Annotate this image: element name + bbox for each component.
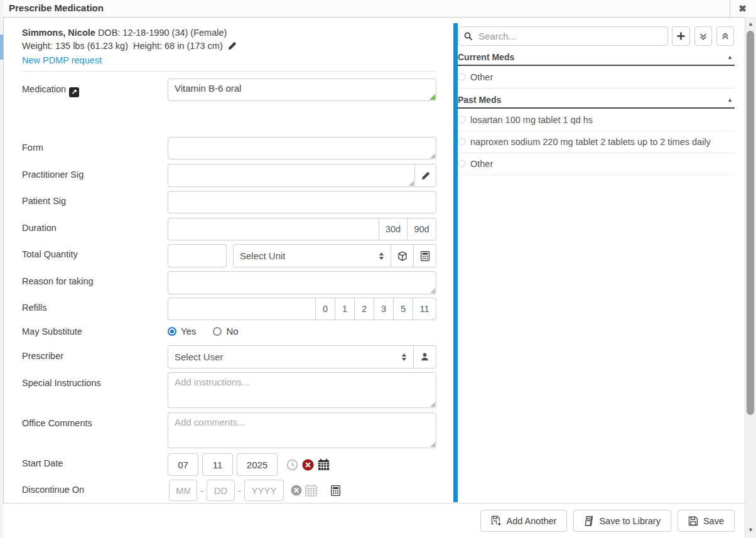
search-icon bbox=[464, 32, 473, 41]
office-comments-label: Office Comments bbox=[22, 418, 92, 428]
page-behind-fragment bbox=[0, 35, 3, 60]
page-scrollbar[interactable]: ▲ ▼ bbox=[745, 17, 756, 538]
office-comments-input[interactable] bbox=[168, 412, 436, 448]
current-med-other-item[interactable]: Other bbox=[458, 66, 735, 89]
substitute-no-radio[interactable] bbox=[213, 327, 222, 336]
patient-name: Simmons, Nicole bbox=[22, 28, 95, 38]
select-arrows-icon bbox=[401, 353, 407, 361]
add-med-button[interactable] bbox=[672, 26, 690, 46]
close-icon[interactable]: ✖ bbox=[730, 0, 755, 17]
expand-all-button[interactable] bbox=[694, 26, 712, 46]
discontinue-year-input[interactable] bbox=[244, 480, 284, 501]
calendar-icon[interactable] bbox=[318, 459, 330, 471]
duration-calculator-icon[interactable] bbox=[331, 485, 340, 496]
panel-divider bbox=[453, 23, 458, 502]
patient-sig-input[interactable] bbox=[168, 191, 436, 213]
calculator-icon bbox=[421, 251, 429, 261]
modal-title: Prescribe Medication bbox=[9, 3, 104, 13]
unit-select[interactable]: Select Unit bbox=[233, 244, 391, 267]
duration-90d-button[interactable]: 90d bbox=[407, 218, 436, 240]
prescriber-select[interactable]: Select User bbox=[168, 345, 414, 369]
med-radio[interactable] bbox=[458, 159, 466, 168]
collapse-icon: ▲ bbox=[727, 97, 735, 103]
refills-label: Refills bbox=[22, 303, 46, 313]
new-pdmp-request-link[interactable]: New PDMP request bbox=[22, 55, 102, 65]
med-radio[interactable] bbox=[458, 73, 466, 81]
scroll-up-icon[interactable]: ▲ bbox=[745, 19, 756, 28]
med-radio[interactable] bbox=[458, 137, 466, 146]
external-link-icon[interactable]: ↗ bbox=[69, 87, 79, 97]
form-label: Form bbox=[22, 143, 43, 153]
discontinue-month-input[interactable] bbox=[169, 480, 197, 501]
substitute-no-label: No bbox=[226, 326, 238, 336]
refills-input[interactable] bbox=[168, 298, 316, 320]
med-radio[interactable] bbox=[458, 116, 466, 124]
resize-grip-icon[interactable] bbox=[430, 402, 435, 407]
modal-footer: Add Another Save to Library Save bbox=[3, 503, 745, 538]
patient-info-line1: Simmons, Nicole DOB: 12-18-1990 (34) (Fe… bbox=[22, 28, 227, 38]
scroll-down-icon[interactable]: ▼ bbox=[745, 525, 756, 534]
refills-3-button[interactable]: 3 bbox=[374, 298, 394, 320]
plus-icon bbox=[676, 31, 686, 41]
clock-icon[interactable] bbox=[286, 459, 298, 471]
save-to-library-button[interactable]: Save to Library bbox=[573, 510, 671, 532]
special-instructions-input[interactable] bbox=[168, 372, 436, 408]
refills-5-button[interactable]: 5 bbox=[393, 298, 413, 320]
refills-2-button[interactable]: 2 bbox=[354, 298, 374, 320]
resize-grip-icon[interactable] bbox=[430, 442, 435, 447]
clear-discontinue-date-icon[interactable] bbox=[291, 485, 302, 496]
resize-grip-icon[interactable] bbox=[409, 181, 414, 186]
resize-grip-icon[interactable] bbox=[430, 153, 435, 158]
package-lookup-button[interactable] bbox=[391, 244, 414, 267]
duration-input[interactable] bbox=[168, 218, 379, 240]
refills-11-button[interactable]: 11 bbox=[413, 298, 436, 320]
scrollbar-thumb[interactable] bbox=[747, 31, 754, 415]
save-plus-icon bbox=[491, 515, 502, 526]
past-meds-header[interactable]: Past Meds ▲ bbox=[458, 92, 735, 109]
patient-divider bbox=[22, 71, 436, 72]
save-icon bbox=[688, 516, 698, 526]
patient-dob: DOB: 12-18-1990 (34) (Female) bbox=[98, 28, 227, 38]
medication-input[interactable]: Vitamin B-6 oral bbox=[168, 78, 436, 101]
medication-label: Medication↗ bbox=[22, 84, 79, 97]
add-another-button[interactable]: Add Another bbox=[480, 510, 568, 532]
prescriber-label: Prescriber bbox=[22, 351, 63, 361]
past-med-item[interactable]: naproxen sodium 220 mg tablet 2 tablets … bbox=[458, 131, 735, 153]
choose-user-button[interactable] bbox=[413, 345, 436, 369]
discontinue-day-input[interactable] bbox=[207, 480, 235, 501]
refills-1-button[interactable]: 1 bbox=[335, 298, 355, 320]
chevron-double-up-icon bbox=[721, 32, 730, 41]
clear-start-date-icon[interactable] bbox=[302, 459, 314, 471]
refills-0-button[interactable]: 0 bbox=[315, 298, 335, 320]
total-quantity-label: Total Quantity bbox=[22, 249, 78, 259]
resize-grip-icon[interactable] bbox=[430, 288, 435, 293]
patient-weight: Weight: 135 lbs (61.23 kg) bbox=[22, 41, 128, 51]
substitute-yes-radio[interactable] bbox=[168, 327, 176, 336]
meds-search-input[interactable] bbox=[477, 30, 662, 42]
start-date-day-input[interactable] bbox=[202, 453, 233, 476]
save-button[interactable]: Save bbox=[678, 510, 735, 532]
edit-sig-button[interactable] bbox=[414, 164, 436, 187]
past-med-other-item[interactable]: Other bbox=[458, 153, 735, 175]
past-med-item[interactable]: losartan 100 mg tablet 1 qd hs bbox=[458, 109, 735, 131]
date-separator: - bbox=[238, 485, 241, 496]
start-date-year-input[interactable] bbox=[237, 453, 278, 476]
total-quantity-input[interactable] bbox=[168, 244, 227, 267]
modal-titlebar: Prescribe Medication ✖ bbox=[3, 0, 756, 18]
form-input[interactable] bbox=[168, 137, 436, 159]
start-date-label: Start Date bbox=[22, 458, 63, 468]
calendar-disabled-icon[interactable] bbox=[305, 485, 317, 497]
person-icon bbox=[420, 352, 429, 362]
practitioner-sig-input[interactable] bbox=[168, 164, 415, 187]
cube-icon bbox=[397, 251, 408, 261]
resize-grip-icon[interactable] bbox=[429, 94, 435, 100]
substitute-yes-label: Yes bbox=[181, 326, 196, 336]
reason-input[interactable] bbox=[168, 271, 436, 294]
quantity-calculator-button[interactable] bbox=[413, 244, 436, 267]
duration-30d-button[interactable]: 30d bbox=[379, 218, 408, 240]
start-date-month-input[interactable] bbox=[168, 453, 198, 476]
edit-vitals-pencil-icon[interactable] bbox=[228, 41, 237, 50]
current-meds-header[interactable]: Current Meds ▲ bbox=[458, 49, 735, 66]
collapse-icon: ▲ bbox=[727, 54, 735, 60]
collapse-all-button[interactable] bbox=[716, 26, 734, 46]
